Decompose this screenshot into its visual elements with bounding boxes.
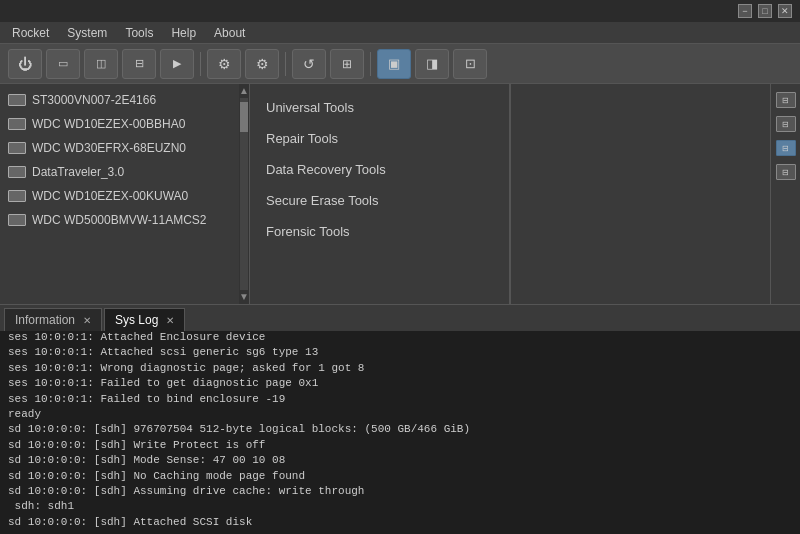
log-line-1: ses 10:0:0:1: Attached scsi generic sg6 … [8,345,792,360]
device-label-0: ST3000VN007-2E4166 [32,93,156,107]
menu-rocket[interactable]: Rocket [4,24,57,42]
device-label-5: WDC WD5000BMVW-11AMCS2 [32,213,206,227]
log-line-4: ses 10:0:0:1: Failed to get diagnostic p… [8,376,792,391]
tool-item-data-recovery-tools[interactable]: Data Recovery Tools [250,154,509,185]
log-line-13: sd 10:0:0:0: [sdh] Attached SCSI disk [8,515,792,530]
log-line-3: ses 10:0:0:1: Wrong diagnostic page; ask… [8,361,792,376]
device-scrollbar[interactable]: ▲ ▼ [239,84,249,304]
tab-syslog[interactable]: Sys Log ✕ [104,308,185,331]
scroll-up[interactable]: ▲ [239,86,249,96]
log-line-5: ses 10:0:0:1: Failed to bind enclosure -… [8,392,792,407]
split-btn[interactable]: ⊡ [453,49,487,79]
refresh-btn[interactable]: ↺ [292,49,326,79]
device-item-2[interactable]: WDC WD30EFRX-68EUZN0 [0,136,239,160]
device-list-container: ST3000VN007-2E4166WDC WD10EZEX-00BBHA0WD… [0,84,249,304]
tabs-bar: Information ✕ Sys Log ✕ [0,305,800,331]
grid-btn[interactable]: ⊞ [330,49,364,79]
tab-syslog-label: Sys Log [115,313,158,327]
tab-information-close[interactable]: ✕ [83,315,91,326]
window-controls: − □ ✕ [738,4,792,18]
toolbar-sep-1 [200,52,201,76]
log-line-0: ses 10:0:0:1: Attached Enclosure device [8,331,792,345]
settings2-btn[interactable]: ⚙ [245,49,279,79]
device-label-2: WDC WD30EFRX-68EUZN0 [32,141,186,155]
device-label-4: WDC WD10EZEX-00KUWA0 [32,189,188,203]
power-btn[interactable]: ⏻ [8,49,42,79]
device-item-3[interactable]: DataTraveler_3.0 [0,160,239,184]
device-label-3: DataTraveler_3.0 [32,165,124,179]
device-list: ST3000VN007-2E4166WDC WD10EZEX-00BBHA0WD… [0,84,239,304]
monitor-btn[interactable]: ▣ [377,49,411,79]
right-icon-4[interactable]: ⊟ [776,164,796,180]
tools-list: Universal ToolsRepair ToolsData Recovery… [250,84,509,304]
tab-syslog-close[interactable]: ✕ [166,315,174,326]
log-area: ses 10:0:0:1: Attached Enclosure devices… [0,331,800,534]
tool-item-universal-tools[interactable]: Universal Tools [250,92,509,123]
settings-btn[interactable]: ⚙ [207,49,241,79]
tool-item-repair-tools[interactable]: Repair Tools [250,123,509,154]
maximize-btn[interactable]: □ [758,4,772,18]
log-line-10: sd 10:0:0:0: [sdh] No Caching mode page … [8,469,792,484]
device-item-1[interactable]: WDC WD10EZEX-00BBHA0 [0,112,239,136]
toolbar-sep-3 [370,52,371,76]
log-line-6: ready [8,407,792,422]
device-icon-2 [8,142,26,154]
detail-panel [510,84,770,304]
minimize-btn[interactable]: − [738,4,752,18]
log-line-8: sd 10:0:0:0: [sdh] Write Protect is off [8,438,792,453]
tools-panel: Universal ToolsRepair ToolsData Recovery… [250,84,510,304]
connect-btn[interactable]: ⊟ [122,49,156,79]
scroll-down[interactable]: ▼ [239,292,249,302]
panel-btn[interactable]: ◨ [415,49,449,79]
menu-help[interactable]: Help [163,24,204,42]
device-item-0[interactable]: ST3000VN007-2E4166 [0,88,239,112]
hdd-btn[interactable]: ▭ [46,49,80,79]
play-btn[interactable]: ▶ [160,49,194,79]
log-line-9: sd 10:0:0:0: [sdh] Mode Sense: 47 00 10 … [8,453,792,468]
right-icon-2[interactable]: ⊟ [776,116,796,132]
device-icon-0 [8,94,26,106]
right-icon-1[interactable]: ⊟ [776,92,796,108]
right-icons-panel: ⊟ ⊟ ⊟ ⊟ [770,84,800,304]
tool-item-forensic-tools[interactable]: Forensic Tools [250,216,509,247]
device-item-4[interactable]: WDC WD10EZEX-00KUWA0 [0,184,239,208]
menu-about[interactable]: About [206,24,253,42]
menu-tools[interactable]: Tools [117,24,161,42]
device-panel: ST3000VN007-2E4166WDC WD10EZEX-00BBHA0WD… [0,84,250,304]
device-icon-5 [8,214,26,226]
device-icon-1 [8,118,26,130]
title-bar: − □ ✕ [0,0,800,22]
log-line-11: sd 10:0:0:0: [sdh] Assuming drive cache:… [8,484,792,499]
menu-system[interactable]: System [59,24,115,42]
scroll-track [240,98,248,290]
tab-information[interactable]: Information ✕ [4,308,102,331]
device-icon-4 [8,190,26,202]
device-label-1: WDC WD10EZEX-00BBHA0 [32,117,185,131]
tool-item-secure-erase-tools[interactable]: Secure Erase Tools [250,185,509,216]
toolbar-sep-2 [285,52,286,76]
scroll-thumb [240,102,248,132]
toolbar: ⏻ ▭ ◫ ⊟ ▶ ⚙ ⚙ ↺ ⊞ ▣ ◨ ⊡ [0,44,800,84]
log-line-7: sd 10:0:0:0: [sdh] 976707504 512-byte lo… [8,422,792,437]
close-btn[interactable]: ✕ [778,4,792,18]
menu-bar: Rocket System Tools Help About [0,22,800,44]
small-hdd-btn[interactable]: ◫ [84,49,118,79]
bottom-section: Information ✕ Sys Log ✕ ses 10:0:0:1: At… [0,304,800,534]
device-item-5[interactable]: WDC WD5000BMVW-11AMCS2 [0,208,239,232]
device-icon-3 [8,166,26,178]
main-area: ST3000VN007-2E4166WDC WD10EZEX-00BBHA0WD… [0,84,800,304]
tab-information-label: Information [15,313,75,327]
log-line-12: sdh: sdh1 [8,499,792,514]
right-icon-3[interactable]: ⊟ [776,140,796,156]
